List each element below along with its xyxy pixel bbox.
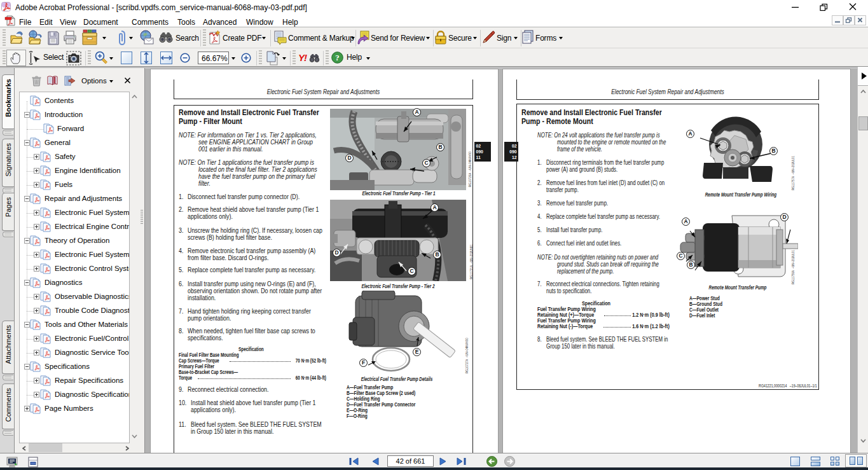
svg-text:?: ?: [335, 53, 340, 62]
